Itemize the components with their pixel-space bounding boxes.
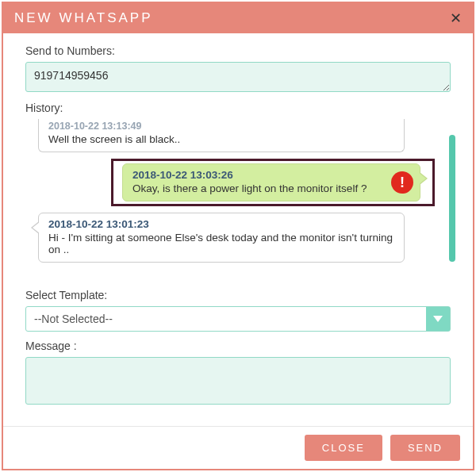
message-label: Message : <box>25 340 451 352</box>
modal-body: Send to Numbers: History: 2018-10-22 13:… <box>3 33 473 426</box>
close-icon[interactable]: ✕ <box>450 10 462 27</box>
modal-footer: CLOSE SEND <box>3 426 473 469</box>
send-button[interactable]: SEND <box>390 435 460 461</box>
history-content[interactable]: 2018-10-22 13:13:49 Well the screen is a… <box>25 119 451 278</box>
template-select-row <box>25 306 451 332</box>
chat-timestamp: 2018-10-22 13:03:26 <box>132 169 385 181</box>
chat-text: Okay, is there a power light on the moni… <box>132 182 385 194</box>
history-panel: 2018-10-22 13:13:49 Well the screen is a… <box>25 119 451 278</box>
alert-icon: ! <box>391 171 413 194</box>
chat-bubble-incoming: 2018-10-22 13:13:49 Well the screen is a… <box>38 119 405 152</box>
send-to-label: Send to Numbers: <box>25 44 451 57</box>
chat-timestamp: 2018-10-22 13:01:23 <box>48 218 394 230</box>
chat-text: Well the screen is all black.. <box>48 133 394 145</box>
template-select[interactable] <box>25 306 451 332</box>
numbers-input[interactable] <box>25 62 451 92</box>
chat-text: Hi - I'm sitting at someone Else's desk … <box>48 232 394 255</box>
highlighted-region: 2018-10-22 13:03:26 Okay, is there a pow… <box>27 163 436 201</box>
modal-title: NEW WHATSAPP <box>14 10 153 26</box>
chat-bubble-incoming: 2018-10-22 13:01:23 Hi - I'm sitting at … <box>38 213 405 263</box>
template-label: Select Template: <box>25 289 451 301</box>
chat-bubble-outgoing: 2018-10-22 13:03:26 Okay, is there a pow… <box>122 163 420 201</box>
close-button[interactable]: CLOSE <box>305 435 382 461</box>
message-input[interactable] <box>25 357 451 405</box>
history-label: History: <box>25 102 451 114</box>
whatsapp-modal: NEW WHATSAPP ✕ Send to Numbers: History:… <box>2 2 474 470</box>
history-scrollbar[interactable] <box>449 135 455 262</box>
chat-timestamp: 2018-10-22 13:13:49 <box>48 121 394 132</box>
modal-header: NEW WHATSAPP ✕ <box>3 3 473 33</box>
